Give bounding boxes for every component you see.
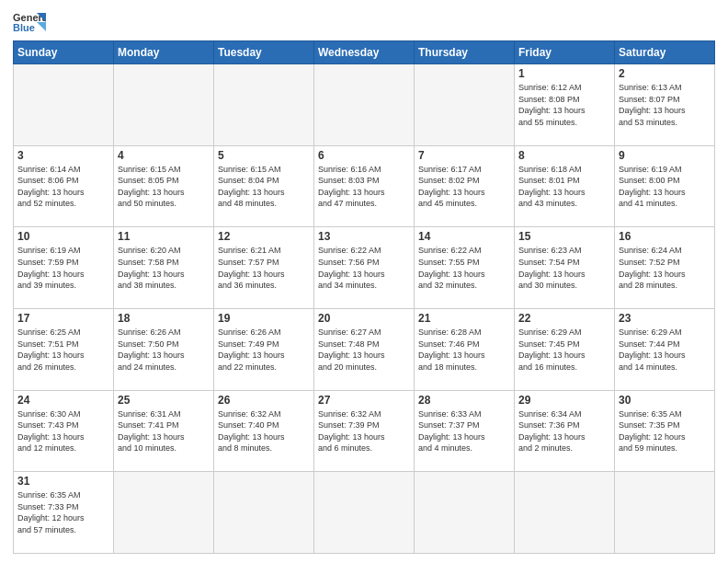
day-number: 8 — [518, 149, 610, 162]
day-number: 12 — [218, 230, 310, 243]
weekday-monday: Monday — [114, 41, 214, 64]
day-info: Sunrise: 6:26 AM Sunset: 7:50 PM Dayligh… — [118, 327, 210, 373]
calendar-cell: 16Sunrise: 6:24 AM Sunset: 7:52 PM Dayli… — [615, 227, 715, 309]
calendar-cell: 11Sunrise: 6:20 AM Sunset: 7:58 PM Dayli… — [114, 227, 214, 309]
calendar-cell: 13Sunrise: 6:22 AM Sunset: 7:56 PM Dayli… — [314, 227, 415, 309]
day-number: 7 — [418, 149, 510, 162]
week-row-2: 10Sunrise: 6:19 AM Sunset: 7:59 PM Dayli… — [14, 227, 715, 309]
day-number: 15 — [518, 230, 610, 243]
week-row-4: 24Sunrise: 6:30 AM Sunset: 7:43 PM Dayli… — [14, 390, 715, 472]
calendar-cell: 3Sunrise: 6:14 AM Sunset: 8:06 PM Daylig… — [14, 145, 114, 227]
calendar-cell: 2Sunrise: 6:13 AM Sunset: 8:07 PM Daylig… — [615, 64, 715, 146]
day-info: Sunrise: 6:24 AM Sunset: 7:52 PM Dayligh… — [619, 245, 711, 291]
day-info: Sunrise: 6:25 AM Sunset: 7:51 PM Dayligh… — [17, 327, 109, 373]
day-info: Sunrise: 6:35 AM Sunset: 7:33 PM Dayligh… — [17, 489, 109, 535]
calendar-cell: 7Sunrise: 6:17 AM Sunset: 8:02 PM Daylig… — [415, 145, 515, 227]
day-number: 30 — [619, 394, 711, 407]
day-number: 9 — [619, 149, 711, 162]
header: General Blue — [13, 9, 715, 35]
day-info: Sunrise: 6:15 AM Sunset: 8:05 PM Dayligh… — [118, 164, 210, 210]
day-number: 23 — [619, 312, 711, 325]
day-info: Sunrise: 6:22 AM Sunset: 7:56 PM Dayligh… — [318, 245, 410, 291]
calendar-cell: 29Sunrise: 6:34 AM Sunset: 7:36 PM Dayli… — [515, 390, 615, 472]
day-info: Sunrise: 6:28 AM Sunset: 7:46 PM Dayligh… — [418, 327, 510, 373]
day-number: 19 — [218, 312, 310, 325]
calendar-cell: 30Sunrise: 6:35 AM Sunset: 7:35 PM Dayli… — [615, 390, 715, 472]
calendar-cell: 19Sunrise: 6:26 AM Sunset: 7:49 PM Dayli… — [214, 308, 314, 390]
calendar-cell: 25Sunrise: 6:31 AM Sunset: 7:41 PM Dayli… — [114, 390, 214, 472]
calendar-cell: 15Sunrise: 6:23 AM Sunset: 7:54 PM Dayli… — [515, 227, 615, 309]
calendar-cell: 17Sunrise: 6:25 AM Sunset: 7:51 PM Dayli… — [14, 308, 114, 390]
day-number: 27 — [318, 394, 410, 407]
weekday-header-row: SundayMondayTuesdayWednesdayThursdayFrid… — [14, 41, 715, 64]
calendar-cell: 31Sunrise: 6:35 AM Sunset: 7:33 PM Dayli… — [14, 472, 114, 554]
day-info: Sunrise: 6:32 AM Sunset: 7:40 PM Dayligh… — [218, 408, 310, 454]
day-info: Sunrise: 6:31 AM Sunset: 7:41 PM Dayligh… — [118, 408, 210, 454]
week-row-0: 1Sunrise: 6:12 AM Sunset: 8:08 PM Daylig… — [14, 64, 715, 146]
day-info: Sunrise: 6:34 AM Sunset: 7:36 PM Dayligh… — [518, 408, 610, 454]
calendar-cell: 6Sunrise: 6:16 AM Sunset: 8:03 PM Daylig… — [314, 145, 415, 227]
day-number: 17 — [17, 312, 109, 325]
calendar-cell — [214, 64, 314, 146]
day-number: 13 — [318, 230, 410, 243]
day-number: 3 — [17, 149, 109, 162]
svg-marker-3 — [37, 22, 46, 31]
day-number: 16 — [619, 230, 711, 243]
page: General Blue SundayMondayTuesdayWednesda… — [0, 0, 728, 563]
calendar-table: SundayMondayTuesdayWednesdayThursdayFrid… — [13, 40, 715, 554]
weekday-sunday: Sunday — [14, 41, 114, 64]
weekday-wednesday: Wednesday — [314, 41, 415, 64]
week-row-1: 3Sunrise: 6:14 AM Sunset: 8:06 PM Daylig… — [14, 145, 715, 227]
day-number: 11 — [118, 230, 210, 243]
day-number: 6 — [318, 149, 410, 162]
day-info: Sunrise: 6:23 AM Sunset: 7:54 PM Dayligh… — [518, 245, 610, 291]
calendar-cell — [314, 472, 415, 554]
calendar-cell: 8Sunrise: 6:18 AM Sunset: 8:01 PM Daylig… — [515, 145, 615, 227]
calendar-cell: 5Sunrise: 6:15 AM Sunset: 8:04 PM Daylig… — [214, 145, 314, 227]
calendar-cell: 28Sunrise: 6:33 AM Sunset: 7:37 PM Dayli… — [415, 390, 515, 472]
calendar-cell: 20Sunrise: 6:27 AM Sunset: 7:48 PM Dayli… — [314, 308, 415, 390]
day-info: Sunrise: 6:12 AM Sunset: 8:08 PM Dayligh… — [518, 82, 610, 128]
day-info: Sunrise: 6:20 AM Sunset: 7:58 PM Dayligh… — [118, 245, 210, 291]
week-row-5: 31Sunrise: 6:35 AM Sunset: 7:33 PM Dayli… — [14, 472, 715, 554]
day-info: Sunrise: 6:14 AM Sunset: 8:06 PM Dayligh… — [17, 164, 109, 210]
calendar-cell — [214, 472, 314, 554]
calendar-cell: 23Sunrise: 6:29 AM Sunset: 7:44 PM Dayli… — [615, 308, 715, 390]
calendar-cell: 18Sunrise: 6:26 AM Sunset: 7:50 PM Dayli… — [114, 308, 214, 390]
weekday-tuesday: Tuesday — [214, 41, 314, 64]
day-info: Sunrise: 6:22 AM Sunset: 7:55 PM Dayligh… — [418, 245, 510, 291]
calendar-cell — [615, 472, 715, 554]
calendar-cell: 24Sunrise: 6:30 AM Sunset: 7:43 PM Dayli… — [14, 390, 114, 472]
calendar-cell: 12Sunrise: 6:21 AM Sunset: 7:57 PM Dayli… — [214, 227, 314, 309]
calendar-cell: 27Sunrise: 6:32 AM Sunset: 7:39 PM Dayli… — [314, 390, 415, 472]
day-number: 21 — [418, 312, 510, 325]
day-info: Sunrise: 6:13 AM Sunset: 8:07 PM Dayligh… — [619, 82, 711, 128]
day-number: 22 — [518, 312, 610, 325]
day-info: Sunrise: 6:33 AM Sunset: 7:37 PM Dayligh… — [418, 408, 510, 454]
day-info: Sunrise: 6:29 AM Sunset: 7:45 PM Dayligh… — [518, 327, 610, 373]
day-info: Sunrise: 6:16 AM Sunset: 8:03 PM Dayligh… — [318, 164, 410, 210]
day-number: 4 — [118, 149, 210, 162]
calendar-cell — [114, 472, 214, 554]
calendar-cell — [415, 64, 515, 146]
weekday-saturday: Saturday — [615, 41, 715, 64]
day-info: Sunrise: 6:30 AM Sunset: 7:43 PM Dayligh… — [17, 408, 109, 454]
calendar-cell — [314, 64, 415, 146]
day-number: 18 — [118, 312, 210, 325]
day-number: 10 — [17, 230, 109, 243]
day-number: 24 — [17, 394, 109, 407]
logo: General Blue — [13, 9, 46, 35]
day-info: Sunrise: 6:17 AM Sunset: 8:02 PM Dayligh… — [418, 164, 510, 210]
day-number: 29 — [518, 394, 610, 407]
calendar-cell: 4Sunrise: 6:15 AM Sunset: 8:05 PM Daylig… — [114, 145, 214, 227]
calendar-cell: 22Sunrise: 6:29 AM Sunset: 7:45 PM Dayli… — [515, 308, 615, 390]
day-info: Sunrise: 6:18 AM Sunset: 8:01 PM Dayligh… — [518, 164, 610, 210]
day-info: Sunrise: 6:19 AM Sunset: 8:00 PM Dayligh… — [619, 164, 711, 210]
day-number: 28 — [418, 394, 510, 407]
day-info: Sunrise: 6:21 AM Sunset: 7:57 PM Dayligh… — [218, 245, 310, 291]
day-info: Sunrise: 6:19 AM Sunset: 7:59 PM Dayligh… — [17, 245, 109, 291]
day-number: 14 — [418, 230, 510, 243]
calendar-cell: 21Sunrise: 6:28 AM Sunset: 7:46 PM Dayli… — [415, 308, 515, 390]
calendar-cell: 1Sunrise: 6:12 AM Sunset: 8:08 PM Daylig… — [515, 64, 615, 146]
week-row-3: 17Sunrise: 6:25 AM Sunset: 7:51 PM Dayli… — [14, 308, 715, 390]
